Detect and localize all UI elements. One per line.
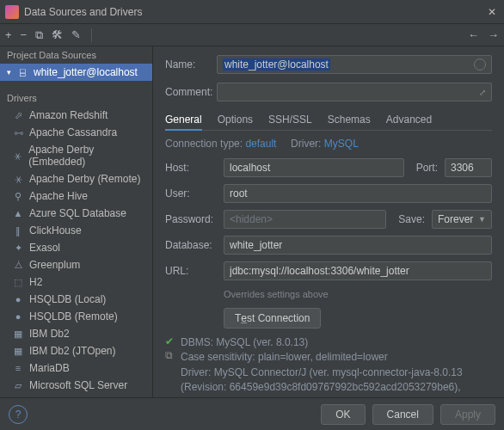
driver-label: H2 bbox=[29, 276, 42, 288]
name-value: white_jotter@localhost bbox=[223, 58, 330, 71]
expand-icon[interactable]: ⤢ bbox=[479, 88, 486, 97]
driver-item[interactable]: ▦IBM Db2 (JTOpen) bbox=[0, 342, 152, 359]
name-field[interactable]: white_jotter@localhost bbox=[217, 55, 492, 74]
save-select[interactable]: Forever ▼ bbox=[432, 210, 492, 229]
next-icon[interactable]: → bbox=[488, 28, 499, 41]
datasource-item[interactable]: ▾ ⌸ white_jotter@localhost bbox=[0, 64, 152, 81]
driver-label: Apache Derby (Embedded) bbox=[28, 144, 147, 168]
remove-button[interactable]: − bbox=[21, 28, 28, 41]
titlebar: Data Sources and Drivers ✕ bbox=[0, 0, 504, 24]
test-connection-button[interactable]: Test Connection bbox=[224, 308, 321, 329]
driver-icon: ‖ bbox=[12, 225, 24, 236]
driver-item[interactable]: ▱Microsoft SQL Server bbox=[0, 377, 152, 394]
driver-label: Apache Hive bbox=[29, 190, 88, 202]
comment-label: Comment: bbox=[165, 86, 217, 98]
connection-type-line: Connection type: default Driver: MySQL bbox=[165, 138, 492, 150]
tab-sshssl[interactable]: SSH/SSL bbox=[268, 110, 312, 130]
user-input[interactable] bbox=[224, 184, 492, 203]
apply-button[interactable]: Apply bbox=[440, 404, 495, 425]
driver-label: HSQLDB (Remote) bbox=[29, 310, 118, 322]
driver-label: Exasol bbox=[29, 242, 60, 254]
driver-item[interactable]: ⬀Amazon Redshift bbox=[0, 107, 152, 124]
driver-icon: ▱ bbox=[12, 380, 24, 391]
driver-item[interactable]: ≡MariaDB bbox=[0, 359, 152, 377]
driver-item[interactable]: ▦IBM Db2 bbox=[0, 325, 152, 342]
driver-label: MariaDB bbox=[29, 362, 70, 374]
separator bbox=[91, 28, 92, 42]
driver-label: Azure SQL Database bbox=[29, 207, 126, 219]
connection-type-link[interactable]: default bbox=[245, 138, 276, 150]
driver-item[interactable]: ‖ClickHouse bbox=[0, 222, 152, 239]
sidebar: Project Data Sources ▾ ⌸ white_jotter@lo… bbox=[0, 46, 153, 397]
settings-button[interactable]: 🛠 bbox=[52, 28, 63, 41]
driver-item[interactable]: ⬚H2 bbox=[0, 273, 152, 291]
driver-label: ClickHouse bbox=[29, 224, 82, 236]
project-sources-header: Project Data Sources bbox=[0, 46, 152, 64]
ok-button[interactable]: OK bbox=[321, 404, 365, 425]
driver-item[interactable]: ⧊Greenplum bbox=[0, 256, 152, 273]
driver-label: Microsoft SQL Server bbox=[29, 379, 127, 391]
password-label: Password: bbox=[165, 213, 224, 225]
cancel-button[interactable]: Cancel bbox=[372, 404, 433, 425]
driver-item[interactable]: ⚲Apache Hive bbox=[0, 187, 152, 205]
driver-label: Greenplum bbox=[29, 259, 80, 271]
comment-field[interactable]: ⤢ bbox=[217, 83, 492, 101]
window-title: Data Sources and Drivers bbox=[24, 6, 485, 18]
driver-label: IBM Db2 bbox=[29, 328, 70, 340]
connection-info: ✔ ⧉ DBMS: MySQL (ver. 8.0.13) Case sensi… bbox=[165, 335, 492, 397]
url-input[interactable] bbox=[224, 261, 492, 280]
driver-item[interactable]: ⧟Apache Cassandra bbox=[0, 124, 152, 141]
tab-schemas[interactable]: Schemas bbox=[328, 110, 371, 130]
driver-icon: ⚲ bbox=[12, 191, 24, 202]
driver-item[interactable]: ⚹Apache Derby (Remote) bbox=[0, 170, 152, 187]
port-label: Port: bbox=[416, 162, 438, 174]
driver-icon: ⚹ bbox=[12, 174, 24, 185]
driver-label: IBM Db2 (JTOpen) bbox=[29, 345, 115, 357]
driver-icon: ⧊ bbox=[12, 260, 24, 271]
driver-item[interactable]: ⚹Apache Derby (Embedded) bbox=[0, 141, 152, 170]
driver-icon: ▲ bbox=[12, 208, 24, 218]
close-icon[interactable]: ✕ bbox=[485, 6, 499, 18]
driver-icon: ✦ bbox=[12, 243, 24, 254]
tab-general[interactable]: General bbox=[165, 110, 202, 131]
add-button[interactable]: + bbox=[5, 28, 12, 41]
tab-advanced[interactable]: Advanced bbox=[386, 110, 432, 130]
host-label: Host: bbox=[165, 162, 224, 174]
footer: ? OK Cancel Apply bbox=[0, 397, 504, 430]
port-input[interactable] bbox=[445, 158, 492, 177]
password-input[interactable] bbox=[224, 210, 386, 229]
save-label: Save: bbox=[398, 213, 425, 225]
copy-icon[interactable]: ⧉ bbox=[165, 349, 174, 361]
host-input[interactable] bbox=[224, 158, 404, 177]
driver-item[interactable]: ▲Azure SQL Database bbox=[0, 205, 152, 222]
driver-icon: ⬀ bbox=[12, 110, 24, 121]
copy-button[interactable]: ⧉ bbox=[35, 28, 43, 42]
drivers-header: Drivers bbox=[0, 89, 152, 107]
chevron-down-icon: ▼ bbox=[478, 215, 486, 224]
main-panel: Name: white_jotter@localhost Comment: ⤢ … bbox=[153, 46, 504, 397]
url-label: URL: bbox=[165, 265, 224, 277]
database-input[interactable] bbox=[224, 236, 492, 255]
user-label: User: bbox=[165, 187, 224, 200]
driver-link[interactable]: MySQL bbox=[324, 138, 359, 150]
driver-label: Apache Cassandra bbox=[29, 126, 117, 138]
tab-options[interactable]: Options bbox=[218, 110, 253, 130]
driver-item[interactable]: ●HSQLDB (Remote) bbox=[0, 308, 152, 325]
toolbar: + − ⧉ 🛠 ✎ ← → bbox=[0, 24, 504, 46]
driver-item[interactable]: ✦Exasol bbox=[0, 239, 152, 256]
driver-icon: ▦ bbox=[12, 346, 24, 357]
tabs: GeneralOptionsSSH/SSLSchemasAdvanced bbox=[165, 110, 492, 131]
driver-label: HSQLDB (Local) bbox=[29, 293, 106, 305]
name-label: Name: bbox=[165, 58, 217, 71]
edit-button[interactable]: ✎ bbox=[71, 28, 81, 41]
help-icon[interactable]: ? bbox=[9, 405, 28, 424]
driver-icon: ⚹ bbox=[12, 150, 23, 162]
url-hint: Overrides settings above bbox=[224, 289, 492, 299]
driver-label: Amazon Redshift bbox=[29, 109, 108, 121]
driver-icon: ≡ bbox=[12, 363, 24, 373]
datasource-label: white_jotter@localhost bbox=[34, 66, 138, 78]
driver-item[interactable]: ●HSQLDB (Local) bbox=[0, 291, 152, 308]
prev-icon[interactable]: ← bbox=[468, 28, 479, 41]
color-ring-icon[interactable] bbox=[474, 58, 486, 71]
driver-icon: ▦ bbox=[12, 329, 24, 340]
